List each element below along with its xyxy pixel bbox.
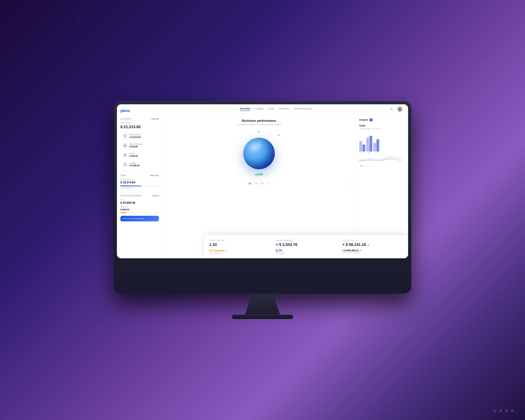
monitor-container: plexe ACCOUNTS + Add new Total amount $ …	[114, 101, 411, 319]
kpi-profit-run-rate-label: Profit run rate, 1Y	[342, 239, 357, 241]
kpi-revenue-indicator: ▼	[360, 249, 362, 252]
kpi-profit-run-rate-label-row: Profit run rate, 1Y ›	[342, 239, 403, 241]
account-info-plexe: Plexe account $ 18,012.83	[130, 134, 157, 139]
account-icon-boa: 🏦	[122, 143, 128, 149]
time-btn-1m[interactable]: 1M	[247, 182, 252, 185]
overdue-amount-value: $ 800.50	[120, 208, 159, 211]
mini-bar-8	[262, 174, 262, 175]
logo: plexe	[120, 109, 159, 113]
invoices-section-header: OUTGOING INVOICES Show m	[120, 195, 159, 197]
kpi-monthly-profit-label-row: Monthly profitability ›	[276, 239, 337, 241]
overdue-progress-fill	[120, 212, 126, 213]
kpi-profit-run-rate-arrow[interactable]: ›	[358, 239, 359, 241]
kpi-monthly-profit-value: + $ 2,543.76	[276, 242, 337, 247]
nav-overview[interactable]: Overview	[240, 107, 250, 111]
bar-jul-blue	[362, 145, 365, 151]
invoices-section: OUTGOING INVOICES Show m Total $ 25,864.…	[120, 195, 159, 222]
account-item-boa[interactable]: 🏦 Bank of America $ 810.99 ›	[120, 141, 159, 150]
account-item-chase[interactable]: ⊙ Chase $ 490.00	[120, 151, 159, 159]
monitor-base	[232, 315, 293, 319]
kpi-revenue-run-rate-label[interactable]: Revenue run rate, 1Y ›	[342, 252, 403, 254]
add-new-button[interactable]: + Add new	[151, 118, 159, 120]
bar-pair-jul	[359, 141, 365, 151]
bar-pair-sep	[373, 139, 379, 151]
kpi-monthly-profit-label: Monthly profitability	[276, 239, 292, 241]
content-area: Business performance Up-to-date informat…	[162, 114, 408, 258]
available-amount: $ 19,574.69	[120, 181, 159, 184]
bar-label-jul: Jul	[361, 152, 363, 154]
time-btn-3m[interactable]: 3M	[254, 182, 258, 185]
account-icon-savings: ◑	[122, 162, 128, 167]
overdue-label: Overdue	[120, 206, 159, 208]
mini-bar-6	[260, 174, 260, 175]
nav-finance-planning[interactable]: Finance planning	[294, 107, 311, 111]
show-more-inv-button[interactable]: Show m	[153, 195, 159, 197]
kpi-overlay: Current cash ratio › 1.33 2.3 months ▲	[204, 235, 408, 258]
monitor-stand	[245, 294, 280, 315]
chart-time-3m[interactable]: 3+	[365, 165, 368, 167]
kpi-cash-ratio-label-row: Current cash ratio ›	[209, 239, 270, 241]
user-avatar[interactable]: 👤	[397, 106, 403, 112]
loan-section: LOAN Show more Available amount $ 19,574…	[120, 175, 159, 189]
bp-title: Business performance	[242, 119, 276, 123]
time-btn-6m[interactable]: 6M	[260, 182, 265, 185]
mini-bar-2	[256, 173, 257, 175]
account-name-chase: Chase	[130, 153, 157, 155]
kpi-profit-run-rate: Profit run rate, 1Y › + $ 58,141.16 ▲ + …	[342, 239, 403, 254]
funding-banner[interactable]: Get $ 9,118.07 funding against...	[120, 216, 159, 222]
insights-arrow[interactable]: ›	[374, 119, 375, 121]
account-icon-chase: ⊙	[122, 152, 128, 158]
bar-jul-purple	[359, 141, 362, 151]
kpi-cash-ratio-value: 1.33	[209, 242, 270, 247]
invoice-total-label: Total	[120, 199, 159, 201]
main-content: Overview Lending Cards Payments Finance …	[162, 104, 408, 258]
insights-bar-chart: Jul Aug	[359, 133, 405, 154]
mini-bar-3	[257, 174, 258, 175]
kpi-cash-ratio-sub-row: 2.3 months ▲	[209, 249, 270, 252]
show-more-button[interactable]: Show more	[150, 175, 159, 176]
kpi-cash-runway-indicator: ▲	[225, 249, 227, 252]
account-info-savings: Savings $ 2,000.00	[130, 162, 157, 167]
next-arrow[interactable]: ›	[346, 183, 352, 189]
bar-pair-aug	[366, 136, 372, 151]
kpi-monthly-profit: Monthly profitability › + $ 2,543.76 8.1…	[276, 239, 337, 254]
monitor-bezel: plexe ACCOUNTS + Add new Total amount $ …	[114, 101, 411, 294]
uxda-watermark: U X D A	[494, 409, 515, 413]
nav-payments[interactable]: Payments	[279, 107, 289, 111]
available-label: Available amount	[120, 178, 159, 180]
sphere-percentage: 0%	[258, 131, 260, 133]
nav-cards[interactable]: Cards	[268, 107, 274, 111]
nav-icons: 🔍 👤	[389, 106, 403, 112]
kpi-cash-ratio-arrow[interactable]: ›	[225, 239, 226, 241]
kpi-revenue-run-rate-row: + $ 660,490.21 ▼	[342, 249, 403, 252]
kpi-net-margin-label[interactable]: Net margin ›	[276, 252, 337, 254]
account-item-savings[interactable]: ◑ Savings $ 2,000.00	[120, 160, 159, 169]
search-button[interactable]: 🔍	[389, 106, 394, 112]
time-controls: 1M 3M 6M 1Y	[247, 182, 271, 185]
account-arrow-boa: ›	[157, 145, 157, 147]
nav-lending[interactable]: Lending	[255, 107, 263, 111]
kpi-cash-runway-label[interactable]: Cash runway ›	[209, 252, 270, 254]
kpi-revenue-run-rate-value: + $ 660,490.21	[342, 249, 359, 252]
chart-time-1m[interactable]: 1M	[359, 165, 363, 167]
insights-badge: 2	[369, 118, 373, 121]
kpi-monthly-profit-arrow[interactable]: ›	[293, 239, 294, 241]
bp-subtitle: Up-to-date information about your busine…	[237, 123, 281, 125]
loan-progress-fill	[120, 186, 141, 186]
kpi-cash-ratio-label: Current cash ratio	[209, 239, 225, 241]
loan-progress-bar	[120, 186, 159, 186]
bar-group-aug: Aug	[366, 136, 372, 154]
account-balance-savings: $ 2,000.00	[130, 164, 157, 167]
account-name-plexe: Plexe account	[130, 134, 157, 136]
time-btn-1y[interactable]: 1Y	[266, 182, 271, 185]
invoices-label: OUTGOING INVOICES	[120, 195, 141, 197]
loan-section-header: LOAN Show more	[120, 175, 159, 176]
bar-label-aug: Aug	[368, 152, 371, 154]
account-item-plexe[interactable]: ✕ Plexe account $ 18,012.83	[120, 132, 159, 140]
kpi-cash-ratio: Current cash ratio › 1.33 2.3 months ▲	[209, 239, 270, 254]
account-icon-plexe: ✕	[122, 133, 128, 139]
kpi-profit-run-rate-value: + $ 58,141.16 ▲	[342, 242, 403, 247]
invoice-total-value: $ 25,864.48	[120, 201, 159, 205]
cash-subtitle: Amount of cash out of a comp	[359, 128, 405, 130]
mini-bar-7	[261, 173, 261, 175]
